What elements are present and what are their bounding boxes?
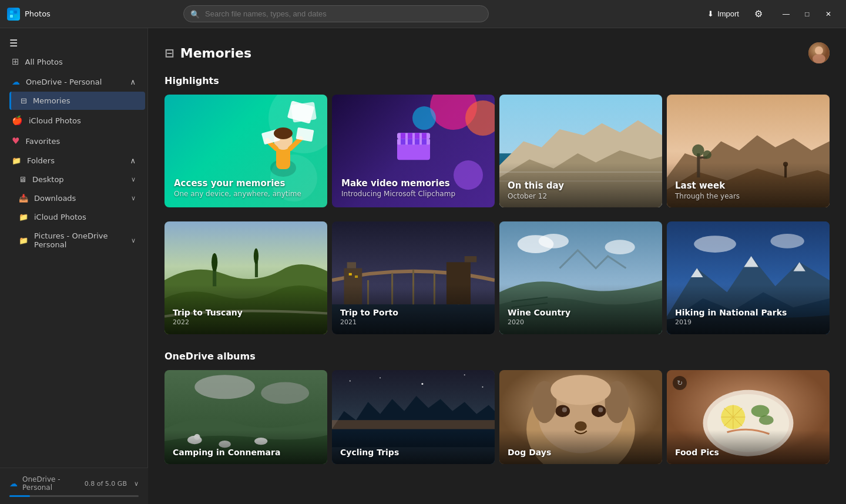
icloud-icon: 🍎 bbox=[12, 115, 23, 126]
albums-section-title: OneDrive albums bbox=[164, 351, 830, 362]
connemara-overlay: Camping in Connemara bbox=[164, 430, 327, 464]
hamburger-menu[interactable]: ☰ bbox=[0, 33, 147, 51]
album-card-food[interactable]: ↻ bbox=[667, 370, 830, 464]
memories-grid: Trip to Tuscany 2022 bbox=[164, 221, 830, 334]
sidebar-folders-header[interactable]: 📁 Folders ∧ bbox=[2, 152, 145, 170]
sidebar-item-favorites[interactable]: ♥ Favorites bbox=[2, 131, 145, 151]
memory-card-tuscany[interactable]: Trip to Tuscany 2022 bbox=[164, 221, 327, 334]
sidebar-item-all-photos[interactable]: ⊞ All Photos bbox=[2, 52, 145, 72]
on-this-day-overlay: On this day October 12 bbox=[499, 163, 662, 207]
footer-cloud-icon: ☁ bbox=[9, 479, 18, 488]
import-button[interactable]: ⬇ Import bbox=[700, 6, 746, 22]
page-header: ⊟ Memories bbox=[164, 42, 830, 63]
album-card-connemara[interactable]: Camping in Connemara bbox=[164, 370, 327, 464]
import-icon: ⬇ bbox=[707, 9, 714, 18]
highlight-card-on-this-day[interactable]: On this day October 12 bbox=[499, 95, 662, 207]
last-week-overlay: Last week Through the years bbox=[667, 163, 830, 207]
hiking-overlay: Hiking in National Parks 2019 bbox=[667, 284, 830, 334]
icloud-folder-icon: 📁 bbox=[19, 213, 28, 221]
svg-point-72 bbox=[194, 375, 255, 399]
svg-rect-1 bbox=[14, 11, 17, 14]
storage-bar bbox=[9, 495, 139, 497]
svg-rect-52 bbox=[347, 262, 356, 268]
svg-point-77 bbox=[350, 380, 351, 381]
memory-card-wine[interactable]: Wine Country 2020 bbox=[499, 221, 662, 334]
onedrive-chevron-icon: ∧ bbox=[130, 78, 136, 86]
album-card-dog[interactable]: Dog Days bbox=[499, 370, 662, 464]
sidebar-item-icloud-folder[interactable]: 📁 iCloud Photos bbox=[9, 208, 145, 226]
pictures-chevron-icon: ∨ bbox=[131, 237, 136, 244]
svg-point-98 bbox=[759, 415, 774, 425]
wine-overlay: Wine Country 2020 bbox=[499, 284, 662, 334]
user-avatar[interactable] bbox=[808, 42, 830, 63]
svg-point-73 bbox=[261, 382, 309, 404]
app-logo-icon bbox=[7, 8, 20, 21]
svg-rect-76 bbox=[332, 420, 495, 429]
window-controls: — □ ✕ bbox=[776, 4, 839, 25]
highlight-card-video[interactable]: Make video memories Introducing Microsof… bbox=[332, 95, 495, 207]
close-button[interactable]: ✕ bbox=[818, 4, 839, 25]
search-input[interactable] bbox=[183, 5, 489, 22]
minimize-button[interactable]: — bbox=[776, 4, 797, 25]
memories-icon: ⊟ bbox=[21, 96, 27, 105]
highlight-card-access[interactable]: Access your memories One any device, any… bbox=[164, 95, 327, 207]
folders-icon: 📁 bbox=[12, 156, 21, 165]
svg-point-62 bbox=[539, 234, 569, 248]
highlights-section-title: Highlights bbox=[164, 75, 830, 86]
sidebar-item-downloads[interactable]: 📥 Downloads ∨ bbox=[9, 189, 145, 207]
highlights-grid: Access your memories One any device, any… bbox=[164, 95, 830, 207]
albums-grid: Camping in Connemara bbox=[164, 370, 830, 464]
highlight-card-last-week[interactable]: Last week Through the years bbox=[667, 95, 830, 207]
downloads-chevron-icon: ∨ bbox=[131, 194, 136, 202]
memories-title-icon: ⊟ bbox=[164, 46, 174, 60]
sidebar-onedrive-header[interactable]: ☁ OneDrive - Personal ∧ bbox=[2, 72, 145, 91]
sidebar-footer: ☁ OneDrive - Personal 0.8 of 5.0 GB ∨ bbox=[0, 468, 148, 504]
album-card-cycling[interactable]: Cycling Trips bbox=[332, 370, 495, 464]
svg-point-80 bbox=[464, 374, 465, 375]
cycling-overlay: Cycling Trips bbox=[332, 430, 495, 464]
svg-rect-3 bbox=[14, 15, 17, 18]
tuscany-overlay: Trip to Tuscany 2022 bbox=[164, 284, 327, 334]
memory-card-porto[interactable]: Trip to Porto 2021 bbox=[332, 221, 495, 334]
all-photos-icon: ⊞ bbox=[12, 56, 19, 67]
svg-rect-55 bbox=[349, 273, 352, 275]
memory-card-hiking[interactable]: Hiking in National Parks 2019 bbox=[667, 221, 830, 334]
sidebar-item-icloud[interactable]: 🍎 iCloud Photos bbox=[2, 110, 145, 130]
maximize-button[interactable]: □ bbox=[797, 4, 818, 25]
svg-point-43 bbox=[254, 248, 258, 264]
svg-point-63 bbox=[605, 240, 635, 254]
desktop-icon: 🖥 bbox=[19, 175, 26, 184]
svg-rect-54 bbox=[465, 256, 477, 262]
svg-point-5 bbox=[815, 46, 823, 55]
sidebar: ☰ ⊞ All Photos ☁ OneDrive - Personal ∧ ⊟… bbox=[0, 28, 148, 504]
sidebar-item-desktop[interactable]: 🖥 Desktop ∨ bbox=[9, 170, 145, 189]
svg-point-38 bbox=[703, 150, 711, 159]
svg-point-65 bbox=[694, 236, 736, 253]
access-card-content: Access your memories One any device, any… bbox=[164, 95, 327, 207]
dog-overlay: Dog Days bbox=[499, 430, 662, 464]
search-bar[interactable]: 🔍 bbox=[183, 5, 489, 22]
onedrive-cloud-icon: ☁ bbox=[12, 77, 20, 86]
main-content: ⊟ Memories Highlights bbox=[148, 28, 846, 504]
footer-chevron-icon: ∨ bbox=[134, 480, 139, 488]
svg-point-87 bbox=[562, 408, 567, 412]
sidebar-item-pictures[interactable]: 📁 Pictures - OneDrive Personal ∨ bbox=[9, 227, 145, 254]
porto-overlay: Trip to Porto 2021 bbox=[332, 284, 495, 334]
app-logo: Photos bbox=[7, 8, 78, 21]
app-title: Photos bbox=[25, 9, 51, 18]
sidebar-item-memories[interactable]: ⊟ Memories bbox=[9, 92, 145, 110]
sync-icon: ↻ bbox=[673, 376, 687, 390]
desktop-chevron-icon: ∨ bbox=[131, 176, 136, 183]
downloads-icon: 📥 bbox=[19, 194, 28, 203]
settings-button[interactable]: ⚙ bbox=[751, 5, 766, 23]
pictures-icon: 📁 bbox=[19, 236, 28, 245]
svg-point-6 bbox=[813, 54, 825, 63]
svg-point-79 bbox=[421, 383, 423, 385]
favorites-icon: ♥ bbox=[12, 136, 19, 146]
svg-rect-56 bbox=[355, 275, 358, 278]
svg-rect-0 bbox=[10, 11, 13, 14]
svg-point-88 bbox=[598, 408, 603, 412]
svg-point-97 bbox=[751, 405, 770, 417]
svg-point-66 bbox=[770, 234, 804, 248]
titlebar-actions: ⬇ Import ⚙ — □ ✕ bbox=[700, 4, 839, 25]
